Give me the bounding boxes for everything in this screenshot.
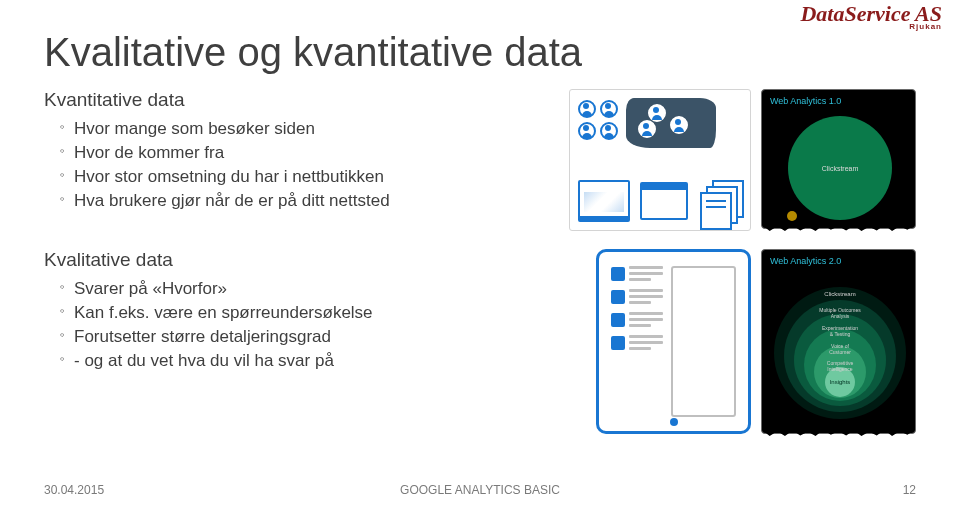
- qualitative-heading: Kvalitative data: [44, 249, 566, 271]
- svg-text:Clickstream: Clickstream: [824, 291, 855, 297]
- footer-page: 12: [903, 483, 916, 497]
- footer: 30.04.2015 GOOGLE ANALYTICS BASIC 12: [44, 483, 916, 497]
- list-item: Hvor de kommer fra: [60, 141, 539, 165]
- section-qualitative: Kvalitative data Svarer på «Hvorfor» Kan…: [44, 249, 916, 434]
- section-quantitative: Kvantitative data Hvor mange som besøker…: [44, 89, 916, 231]
- slide: DataService AS Rjukan Kvalitative og kva…: [0, 0, 960, 509]
- footer-center: GOOGLE ANALYTICS BASIC: [400, 483, 560, 497]
- svg-text:Customer: Customer: [829, 349, 851, 355]
- logo: DataService AS Rjukan: [800, 3, 942, 31]
- survey-tablet-icon: [596, 249, 751, 434]
- svg-point-1: [787, 211, 797, 221]
- slide-title: Kvalitative og kvantitative data: [44, 30, 916, 75]
- core-label: Clickstream: [822, 165, 859, 172]
- card-title: Web Analytics 2.0: [770, 256, 907, 266]
- list-item: Forutsetter større detaljeringsgrad: [60, 325, 566, 349]
- svg-text:Analysis: Analysis: [831, 313, 850, 319]
- svg-text:Insights: Insights: [830, 379, 851, 385]
- list-item: Hva brukere gjør når de er på ditt netts…: [60, 189, 539, 213]
- footer-date: 30.04.2015: [44, 483, 104, 497]
- qualitative-list: Svarer på «Hvorfor» Kan f.eks. være en s…: [60, 277, 566, 373]
- quantitative-list: Hvor mange som besøker siden Hvor de kom…: [60, 117, 539, 213]
- list-item: Svarer på «Hvorfor»: [60, 277, 566, 301]
- web-analytics-1-card: Web Analytics 1.0 Clickstream: [761, 89, 916, 229]
- web-analytics-2-card: Web Analytics 2.0 Clickstream Multiple O…: [761, 249, 916, 434]
- list-item: Kan f.eks. være en spørreundersøkelse: [60, 301, 566, 325]
- list-item: - og at du vet hva du vil ha svar på: [60, 349, 566, 373]
- analytics-infographic: [569, 89, 751, 231]
- list-item: Hvor stor omsetning du har i nettbutikke…: [60, 165, 539, 189]
- svg-text:Intelligence: Intelligence: [827, 366, 853, 372]
- svg-text:& Testing: & Testing: [830, 331, 851, 337]
- quantitative-heading: Kvantitative data: [44, 89, 539, 111]
- list-item: Hvor mange som besøker siden: [60, 117, 539, 141]
- card-title: Web Analytics 1.0: [770, 96, 907, 106]
